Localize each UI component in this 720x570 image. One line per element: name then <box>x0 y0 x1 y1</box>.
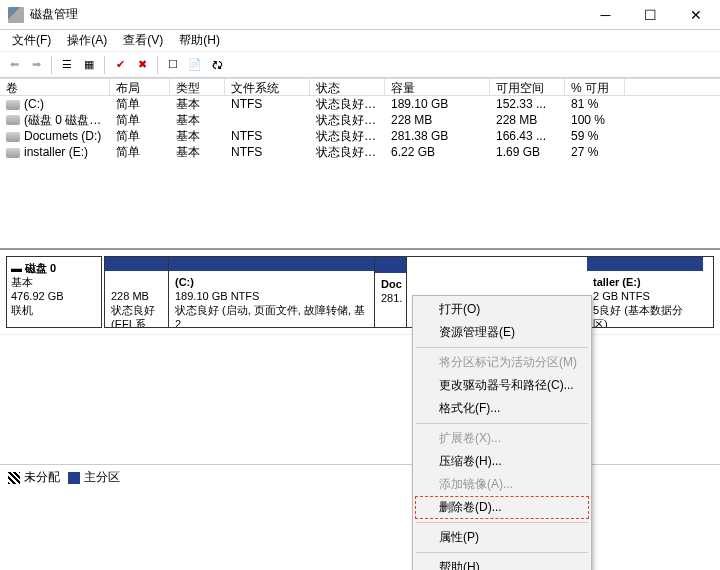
ctx-shrink[interactable]: 压缩卷(H)... <box>415 450 589 473</box>
table-row[interactable]: Documets (D:)简单基本NTFS状态良好 (...281.38 GB1… <box>0 128 720 144</box>
minimize-button[interactable]: ─ <box>583 0 628 30</box>
disk-type: 基本 <box>11 276 33 288</box>
table-row[interactable]: (C:)简单基本NTFS状态良好 (...189.10 GB152.33 ...… <box>0 96 720 112</box>
col-free: 可用空间 <box>490 79 565 95</box>
disk-info[interactable]: ▬ 磁盘 0 基本 476.92 GB 联机 <box>6 256 102 328</box>
ctx-delete-volume[interactable]: 删除卷(D)... <box>415 496 589 519</box>
window-title: 磁盘管理 <box>30 6 583 23</box>
ctx-mark-active: 将分区标记为活动分区(M) <box>415 351 589 374</box>
ctx-explorer[interactable]: 资源管理器(E) <box>415 321 589 344</box>
toolbar: ⬅ ➡ ☰ ▦ ✔ ✖ ☐ 📄 🗘 <box>0 52 720 78</box>
ctx-mirror: 添加镜像(A)... <box>415 473 589 496</box>
column-headers[interactable]: 卷 布局 类型 文件系统 状态 容量 可用空间 % 可用 <box>0 78 720 96</box>
disk-map: ▬ 磁盘 0 基本 476.92 GB 联机 228 MB状态良好 (EFI 系… <box>0 250 720 334</box>
volume-icon <box>6 132 20 142</box>
legend-primary: 主分区 <box>84 471 120 483</box>
ctx-open[interactable]: 打开(O) <box>415 298 589 321</box>
ctx-help[interactable]: 帮助(H) <box>415 556 589 570</box>
back-icon: ⬅ <box>4 55 24 75</box>
volume-icon <box>6 148 20 158</box>
ctx-format[interactable]: 格式化(F)... <box>415 397 589 420</box>
col-pct: % 可用 <box>565 79 625 95</box>
ctx-extend: 扩展卷(X)... <box>415 427 589 450</box>
forward-icon: ➡ <box>26 55 46 75</box>
menu-view[interactable]: 查看(V) <box>115 30 171 51</box>
table-row[interactable]: (磁盘 0 磁盘分区 1)简单基本状态良好 (...228 MB228 MB10… <box>0 112 720 128</box>
col-type: 类型 <box>170 79 225 95</box>
partition[interactable]: Doc281. <box>375 257 407 327</box>
partition-bar: 228 MB状态良好 (EFI 系(C:)189.10 GB NTFS状态良好 … <box>104 256 714 328</box>
menu-file[interactable]: 文件(F) <box>4 30 59 51</box>
partition[interactable]: taller (E:)2 GB NTFS5良好 (基本数据分区) <box>587 257 703 327</box>
menu-action[interactable]: 操作(A) <box>59 30 115 51</box>
col-volume: 卷 <box>0 79 110 95</box>
partition[interactable]: 228 MB状态良好 (EFI 系 <box>105 257 169 327</box>
col-cap: 容量 <box>385 79 490 95</box>
disk-state: 联机 <box>11 304 33 316</box>
partition[interactable]: (C:)189.10 GB NTFS状态良好 (启动, 页面文件, 故障转储, … <box>169 257 375 327</box>
volume-icon <box>6 100 20 110</box>
sheet-icon[interactable]: 📄 <box>185 55 205 75</box>
app-icon <box>8 7 24 23</box>
table-row[interactable]: installer (E:)简单基本NTFS状态良好 (...6.22 GB1.… <box>0 144 720 160</box>
ctx-properties[interactable]: 属性(P) <box>415 526 589 549</box>
delete-icon[interactable]: ✖ <box>132 55 152 75</box>
check-icon[interactable]: ✔ <box>110 55 130 75</box>
menubar: 文件(F) 操作(A) 查看(V) 帮助(H) <box>0 30 720 52</box>
properties-icon[interactable]: ☐ <box>163 55 183 75</box>
view-list-icon[interactable]: ☰ <box>57 55 77 75</box>
volume-list: 卷 布局 类型 文件系统 状态 容量 可用空间 % 可用 (C:)简单基本NTF… <box>0 78 720 250</box>
disk-name: 磁盘 0 <box>25 262 56 274</box>
legend: 未分配 主分区 <box>0 464 720 490</box>
refresh-icon[interactable]: 🗘 <box>207 55 227 75</box>
col-fs: 文件系统 <box>225 79 310 95</box>
legend-swatch-unalloc <box>8 472 20 484</box>
col-layout: 布局 <box>110 79 170 95</box>
maximize-button[interactable]: ☐ <box>628 0 673 30</box>
disk-size: 476.92 GB <box>11 290 64 302</box>
ctx-change-letter[interactable]: 更改驱动器号和路径(C)... <box>415 374 589 397</box>
view-detail-icon[interactable]: ▦ <box>79 55 99 75</box>
titlebar: 磁盘管理 ─ ☐ ✕ <box>0 0 720 30</box>
close-button[interactable]: ✕ <box>673 0 718 30</box>
legend-unalloc: 未分配 <box>24 471 60 483</box>
col-status: 状态 <box>310 79 385 95</box>
empty-area <box>0 334 720 464</box>
menu-help[interactable]: 帮助(H) <box>171 30 228 51</box>
volume-icon <box>6 115 20 125</box>
context-menu: 打开(O) 资源管理器(E) 将分区标记为活动分区(M) 更改驱动器号和路径(C… <box>412 295 592 570</box>
legend-swatch-primary <box>68 472 80 484</box>
